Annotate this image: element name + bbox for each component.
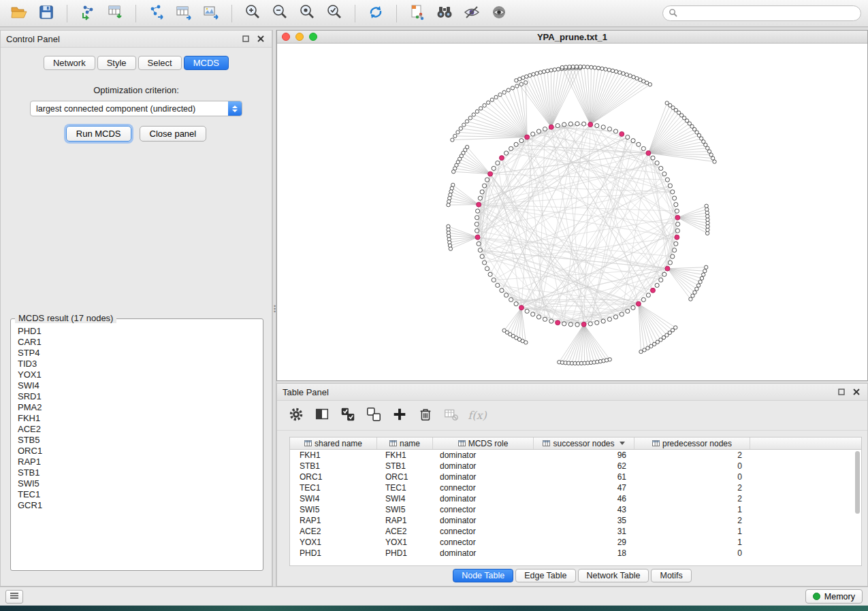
- graph-node[interactable]: [601, 125, 605, 129]
- mcds-result-item[interactable]: ORC1: [12, 446, 261, 457]
- graph-node-dominator[interactable]: [675, 215, 680, 220]
- graph-node[interactable]: [641, 297, 645, 301]
- graph-node[interactable]: [674, 203, 678, 207]
- graph-node-dominator[interactable]: [525, 135, 530, 139]
- graph-node[interactable]: [674, 326, 677, 329]
- graph-node[interactable]: [641, 146, 645, 150]
- zoom-in-button[interactable]: [240, 3, 265, 24]
- graph-node[interactable]: [626, 135, 630, 139]
- graph-node[interactable]: [528, 73, 532, 77]
- mcds-result-item[interactable]: STB1: [12, 467, 261, 478]
- graph-node[interactable]: [560, 65, 564, 69]
- graph-node[interactable]: [475, 216, 479, 220]
- graph-node[interactable]: [596, 66, 600, 69]
- graph-node[interactable]: [553, 68, 556, 71]
- tab-motifs[interactable]: Motifs: [651, 569, 691, 582]
- mcds-result-list[interactable]: PHD1CAR1STP4TID3YOX1SWI4SRD1PMA2FKH1ACE2…: [12, 326, 261, 569]
- graph-node[interactable]: [673, 196, 677, 200]
- tab-mcds[interactable]: MCDS: [184, 56, 229, 70]
- graph-node-dominator[interactable]: [499, 156, 504, 161]
- graph-node[interactable]: [472, 113, 475, 116]
- mcds-result-item[interactable]: STB5: [12, 435, 261, 446]
- graph-node[interactable]: [695, 287, 698, 291]
- mcds-result-item[interactable]: PMA2: [12, 402, 261, 413]
- graph-node-dominator[interactable]: [477, 202, 481, 207]
- table-scrollbar[interactable]: [854, 451, 861, 564]
- graph-node[interactable]: [524, 81, 528, 84]
- graph-node-dominator[interactable]: [651, 288, 656, 293]
- graph-node[interactable]: [643, 348, 646, 352]
- maximize-window-button[interactable]: [309, 33, 317, 41]
- graph-node[interactable]: [475, 222, 479, 226]
- graph-node[interactable]: [607, 68, 611, 71]
- graph-node[interactable]: [655, 161, 659, 165]
- graph-node[interactable]: [531, 132, 535, 136]
- export-table-button[interactable]: [172, 3, 196, 24]
- mcds-result-item[interactable]: YOX1: [12, 369, 261, 380]
- column-header-shared-name[interactable]: shared name: [290, 437, 377, 449]
- graph-node[interactable]: [622, 71, 625, 75]
- graph-node[interactable]: [525, 75, 528, 78]
- mcds-result-item[interactable]: PHD1: [12, 326, 261, 337]
- zoom-selected-button[interactable]: [322, 3, 347, 24]
- tab-style[interactable]: Style: [97, 56, 136, 70]
- graph-node[interactable]: [514, 142, 518, 146]
- graph-node[interactable]: [480, 190, 484, 194]
- graph-node[interactable]: [595, 320, 599, 325]
- graph-node-dominator[interactable]: [588, 122, 593, 127]
- graph-node[interactable]: [546, 69, 549, 73]
- table-row[interactable]: FKH1FKH1dominator962: [290, 450, 861, 461]
- graph-node[interactable]: [595, 124, 599, 128]
- graph-node[interactable]: [485, 267, 489, 271]
- graph-node[interactable]: [625, 73, 628, 76]
- graph-node[interactable]: [490, 98, 494, 101]
- graph-node[interactable]: [451, 138, 454, 142]
- graph-node[interactable]: [604, 67, 607, 71]
- graph-node[interactable]: [626, 309, 630, 313]
- graph-node[interactable]: [618, 71, 622, 74]
- graph-node[interactable]: [453, 134, 457, 137]
- graph-node[interactable]: [515, 84, 519, 88]
- table-row[interactable]: YOX1YOX1connector291: [290, 537, 861, 548]
- graph-node[interactable]: [705, 208, 709, 211]
- zoom-out-button[interactable]: [268, 3, 292, 24]
- graph-node[interactable]: [613, 315, 617, 319]
- graph-node[interactable]: [639, 350, 643, 353]
- graph-node[interactable]: [448, 197, 451, 200]
- graph-node[interactable]: [500, 288, 504, 293]
- graph-node[interactable]: [556, 67, 560, 71]
- graph-node[interactable]: [689, 297, 692, 301]
- graph-node[interactable]: [532, 73, 535, 76]
- graph-node[interactable]: [607, 127, 611, 131]
- graph-node[interactable]: [691, 294, 694, 297]
- tab-node-table[interactable]: Node Table: [453, 569, 513, 582]
- graph-node[interactable]: [519, 139, 524, 143]
- graph-node[interactable]: [462, 123, 466, 127]
- table-row[interactable]: ORC1ORC1dominator610: [290, 472, 861, 482]
- graph-node[interactable]: [668, 184, 672, 188]
- graph-node[interactable]: [668, 261, 672, 265]
- close-panel-button[interactable]: [255, 33, 266, 44]
- graph-node[interactable]: [492, 278, 496, 282]
- tab-network-table[interactable]: Network Table: [578, 569, 649, 582]
- graph-node[interactable]: [482, 261, 486, 265]
- float-panel-button[interactable]: [240, 33, 251, 44]
- graph-node[interactable]: [504, 151, 508, 155]
- table-settings-button[interactable]: [285, 406, 307, 426]
- graph-node[interactable]: [628, 74, 632, 78]
- graph-node[interactable]: [498, 93, 502, 97]
- graph-node[interactable]: [614, 69, 617, 73]
- close-window-button[interactable]: [282, 33, 290, 41]
- graph-node[interactable]: [568, 65, 571, 69]
- mcds-result-item[interactable]: SWI4: [12, 380, 261, 391]
- graph-node[interactable]: [575, 323, 579, 327]
- table-row[interactable]: PHD1PHD1dominator180: [290, 548, 861, 559]
- graph-node[interactable]: [659, 278, 663, 282]
- graph-node-dominator[interactable]: [475, 235, 480, 240]
- graph-node[interactable]: [582, 122, 586, 126]
- graph-node[interactable]: [562, 122, 566, 127]
- import-network-button[interactable]: [76, 3, 100, 24]
- graph-node[interactable]: [475, 110, 479, 113]
- graph-node[interactable]: [536, 315, 541, 319]
- graph-node[interactable]: [575, 122, 579, 126]
